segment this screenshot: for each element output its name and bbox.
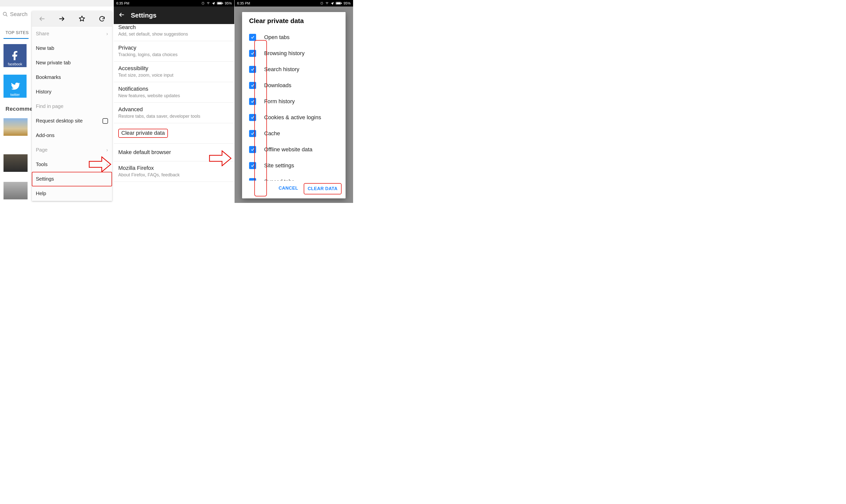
menu-help[interactable]: Help: [32, 186, 112, 201]
svg-rect-6: [223, 2, 223, 4]
battery-icon: [336, 1, 342, 5]
option-label: Browsing history: [264, 50, 304, 57]
panel-clear-data-dialog: 6:35 PM 95% Clear private data Open tabs…: [234, 0, 353, 203]
battery-icon: [217, 1, 223, 5]
search-placeholder: Search: [10, 11, 28, 18]
svg-point-0: [3, 12, 6, 16]
svg-rect-5: [217, 2, 222, 4]
svg-point-3: [208, 4, 209, 4]
dialog-option[interactable]: Site settings: [249, 158, 338, 174]
cancel-button[interactable]: CANCEL: [275, 183, 302, 194]
recommended-thumb[interactable]: [3, 182, 28, 199]
status-bar: 6:35 PM 95%: [234, 0, 353, 6]
status-bar: [0, 0, 113, 6]
back-icon[interactable]: [37, 14, 46, 23]
dialog-option[interactable]: Search history: [249, 61, 338, 77]
checkbox-icon[interactable]: [249, 146, 256, 153]
checkbox-icon[interactable]: [249, 162, 256, 169]
site-label: twitter: [3, 93, 27, 97]
search-icon: [2, 12, 8, 17]
wifi-icon: [325, 1, 329, 5]
menu-addons[interactable]: Add-ons: [32, 128, 112, 143]
forward-icon[interactable]: [57, 14, 66, 23]
settings-item-notifications[interactable]: NotificationsNew features, website updat…: [114, 82, 234, 103]
dialog-option[interactable]: Open tabs: [249, 29, 338, 46]
option-label: Synced tabs: [264, 178, 295, 181]
settings-list: SearchAdd, set default, show suggestions…: [114, 24, 234, 203]
clear-data-dialog: Clear private data Open tabsBrowsing his…: [242, 12, 346, 198]
checkbox-icon[interactable]: [249, 178, 256, 181]
back-icon[interactable]: [118, 12, 125, 19]
checkbox-icon[interactable]: [103, 118, 108, 124]
site-label: facebook: [3, 62, 27, 66]
checkbox-icon[interactable]: [249, 114, 256, 121]
checkbox-icon[interactable]: [249, 50, 256, 57]
option-label: Cache: [264, 130, 280, 137]
settings-header: Settings: [114, 6, 234, 24]
checkbox-icon[interactable]: [249, 34, 256, 41]
menu-new-private-tab[interactable]: New private tab: [32, 56, 112, 70]
dialog-options-list: Open tabsBrowsing historySearch historyD…: [242, 29, 346, 181]
svg-rect-11: [341, 2, 342, 4]
status-time: 6:35 PM: [116, 1, 129, 5]
svg-point-8: [327, 4, 327, 4]
settings-item-privacy[interactable]: PrivacyTracking, logins, data choices: [114, 41, 234, 61]
status-icons: [110, 1, 111, 5]
site-tile-facebook[interactable]: facebook: [3, 44, 27, 67]
dialog-title: Clear private data: [242, 12, 346, 29]
airplane-icon: [212, 1, 215, 5]
dialog-option[interactable]: Offline website data: [249, 142, 338, 158]
option-label: Downloads: [264, 82, 292, 89]
clear-data-button[interactable]: CLEAR DATA: [304, 183, 341, 194]
option-label: Open tabs: [264, 34, 290, 40]
checkbox-icon[interactable]: [249, 130, 256, 137]
menu-request-desktop[interactable]: Request desktop site: [32, 114, 112, 128]
option-label: Search history: [264, 66, 299, 73]
status-time: [2, 1, 3, 5]
panel-settings: 6:35 PM 95% Settings SearchAdd, set defa…: [113, 0, 234, 203]
settings-item-accessibility[interactable]: AccessibilityText size, zoom, voice inpu…: [114, 61, 234, 82]
checkbox-icon[interactable]: [249, 98, 256, 105]
settings-item-search[interactable]: SearchAdd, set default, show suggestions: [114, 24, 234, 41]
settings-title: Settings: [131, 12, 157, 19]
svg-line-1: [6, 15, 7, 17]
menu-history[interactable]: History: [32, 85, 112, 99]
dialog-actions: CANCEL CLEAR DATA: [242, 181, 346, 198]
star-icon[interactable]: [77, 14, 86, 23]
option-label: Site settings: [264, 162, 294, 169]
menu-new-tab[interactable]: New tab: [32, 41, 112, 56]
dialog-option[interactable]: Cookies & active logins: [249, 109, 338, 126]
overflow-menu: Share› New tab New private tab Bookmarks…: [32, 11, 112, 201]
menu-share[interactable]: Share›: [32, 26, 112, 41]
settings-item-advanced[interactable]: AdvancedRestore tabs, data saver, develo…: [114, 103, 234, 123]
recommended-thumb[interactable]: [3, 154, 28, 172]
dialog-option[interactable]: Cache: [249, 126, 338, 142]
overflow-toolbar: [32, 11, 112, 26]
menu-find-in-page[interactable]: Find in page: [32, 99, 112, 114]
search-bar[interactable]: Search: [2, 11, 28, 18]
chevron-right-icon: ›: [106, 31, 108, 37]
site-tile-twitter[interactable]: twitter: [3, 75, 27, 98]
recommended-thumb[interactable]: [3, 118, 28, 136]
facebook-icon: [10, 50, 20, 61]
checkbox-icon[interactable]: [249, 82, 256, 89]
dialog-option[interactable]: Downloads: [249, 77, 338, 93]
menu-page[interactable]: Page›: [32, 143, 112, 157]
status-icons: 95%: [201, 1, 232, 5]
dialog-option[interactable]: Browsing history: [249, 46, 338, 61]
menu-settings[interactable]: Settings: [32, 172, 112, 186]
option-label: Form history: [264, 98, 295, 105]
menu-bookmarks[interactable]: Bookmarks: [32, 70, 112, 85]
reload-icon[interactable]: [98, 14, 106, 23]
checkbox-icon[interactable]: [249, 66, 256, 73]
alarm-icon: [320, 1, 323, 5]
annotation-arrow: [209, 150, 232, 166]
option-label: Offline website data: [264, 146, 313, 153]
wifi-icon: [206, 1, 210, 5]
dialog-option[interactable]: Synced tabs: [249, 174, 338, 181]
dialog-option[interactable]: Form history: [249, 93, 338, 109]
twitter-icon: [10, 80, 20, 92]
svg-rect-10: [336, 2, 340, 4]
status-bar: 6:35 PM 95%: [114, 0, 234, 6]
settings-item-clear-private-data[interactable]: Clear private data: [114, 123, 234, 144]
